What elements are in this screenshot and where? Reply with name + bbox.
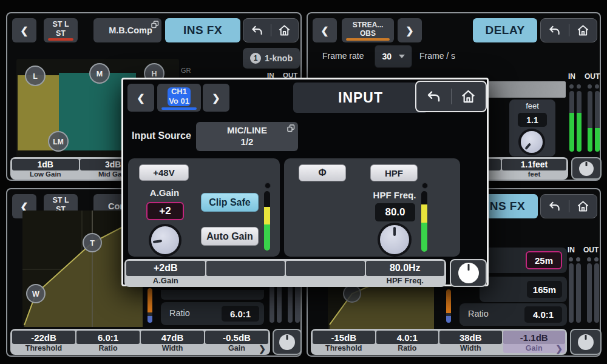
channel-color-marker [161,107,197,110]
gr-meter [446,289,451,323]
copy-icon [151,21,159,29]
svg-text:W: W [32,290,39,298]
out-meter-l [588,91,592,152]
channel-color-marker [48,38,73,41]
home-icon[interactable] [461,89,476,104]
knob-icon [279,334,295,350]
source-line-2: 1/2 [241,136,254,148]
phase-hpf-group: Φ HPF HPF Freq. 80.0 [284,158,460,257]
tab-ins-fx[interactable]: INS FX [165,18,240,42]
frame-rate-label: Frame rate [322,51,364,61]
param-width[interactable]: 47dBWidth [141,331,204,353]
one-knob-button[interactable]: 1 1-knob [243,48,300,69]
param-threshold[interactable]: -15dBThreshold [313,331,375,353]
node-low-mid-crossover[interactable]: LM [49,132,68,151]
svg-text:T: T [90,239,95,248]
next-channel-button[interactable]: ❯ [203,84,229,112]
tab-delay[interactable]: DELAY [473,18,537,42]
delay-value-box-2[interactable]: 165m [527,281,562,298]
again-value-box[interactable]: +2 [146,202,184,220]
prev-channel-button[interactable]: ❮ [12,18,36,42]
knob-assign-button[interactable] [571,157,602,180]
node-low[interactable]: L [25,66,45,86]
param-width[interactable]: 38dBWidth [439,331,502,353]
auto-gain-button[interactable]: Auto Gain [201,227,259,246]
clip-safe-button[interactable]: Clip Safe [201,193,259,212]
param-ratio[interactable]: 6.0:1Ratio [76,331,140,353]
param-low-gain[interactable]: 1dBLow Gain [12,159,79,178]
channel-select-button[interactable]: STREA... OBS [342,18,394,42]
delay-knob[interactable] [521,131,543,153]
prev-channel-button[interactable]: ❮ [127,84,154,112]
param-3[interactable] [286,261,365,285]
undo-icon[interactable] [426,90,441,104]
hpf-freq-label: HPF Freq. [363,190,426,200]
delay-value-box[interactable]: 25m [526,251,562,269]
knob-assign-button[interactable] [570,329,602,355]
channel-name-2: ST [56,29,66,38]
level-meter [421,191,427,252]
input-source-label: Input Source [132,130,191,141]
preset-button[interactable]: M.B.Comp [100,18,161,42]
nav-group [415,81,487,112]
hpf-button[interactable]: HPF [370,164,418,181]
next-channel-button[interactable]: ❯ [398,18,422,42]
level-peak-dot [265,183,271,189]
in-label: IN [568,72,575,81]
svg-text:H: H [151,70,157,78]
nav-group [243,18,299,42]
gr-meter [148,288,152,323]
param-delay-feet[interactable]: 1.1feetfeet [502,159,566,178]
param-again[interactable]: +2dBA.Gain [126,261,205,285]
node-width[interactable]: W [27,285,45,303]
ratio-value-box[interactable]: 4.0:1 [524,306,562,323]
knob-assign-button[interactable] [450,259,487,287]
node-width[interactable] [344,285,361,302]
out-meter-peak-dot [587,257,591,261]
again-knob[interactable] [151,226,179,254]
frame-rate-dropdown[interactable]: 30 [375,45,412,68]
home-icon[interactable] [278,24,291,36]
dialog-title: INPUT [293,83,428,113]
more-params-chevron[interactable]: ❯ [555,344,563,354]
param-2[interactable] [206,261,285,285]
ratio-row[interactable]: Ratio 6.0:1 [161,302,264,325]
ratio-row[interactable]: Ratio 4.0:1 [459,303,567,326]
prev-channel-button[interactable]: ❮ [313,18,337,42]
channel-name: CH1 [171,87,187,96]
input-source-button[interactable]: MIC/LINE 1/2 [196,122,298,151]
ratio-value-box[interactable]: 6.0:1 [222,306,259,322]
phase-button[interactable]: Φ [299,164,346,181]
undo-icon[interactable] [548,25,561,36]
home-icon[interactable] [577,24,589,36]
out-meter-peak-dot [594,257,599,261]
node-threshold[interactable]: T [83,234,101,252]
param-hpf-freq[interactable]: 80.0HzHPF Freq. [366,261,445,285]
knob-assign-button[interactable] [273,329,302,355]
in-meter-peak-dot [577,84,581,89]
channel-select-button[interactable]: CH1 Vo 01 [157,84,201,112]
more-params-chevron[interactable]: ❯ [259,344,266,354]
knob-icon [458,263,479,283]
param-threshold[interactable]: -22dBThreshold [12,331,75,353]
channel-name: STREA... [353,21,384,29]
delay-row[interactable]: 25m [480,248,567,273]
again-label: A.Gain [139,187,190,198]
undo-icon[interactable] [548,201,561,212]
undo-icon[interactable] [251,25,263,36]
delay-value-box[interactable]: 1.1 [518,113,547,127]
channel-name: ST L [52,20,69,29]
out-meter-l [587,263,592,323]
ratio-label: Ratio [169,308,190,318]
node-mid[interactable]: M [90,64,109,83]
channel-select-button[interactable]: ST L ST [44,18,78,42]
hpf-freq-value-box[interactable]: 80.0 [375,203,415,221]
mixer-screen: ❮ ST L ST ❯ M.B.Comp INS FX 1 1-knob GR … [0,0,607,364]
hpf-freq-knob[interactable] [380,225,409,254]
home-icon[interactable] [577,200,589,212]
knob-icon [578,334,594,350]
delay-row-2[interactable]: 165m [480,277,567,302]
param-ratio[interactable]: 4.0:1Ratio [376,331,439,353]
phantom-48v-button[interactable]: +48V [139,164,189,181]
in-label: IN [568,246,575,254]
